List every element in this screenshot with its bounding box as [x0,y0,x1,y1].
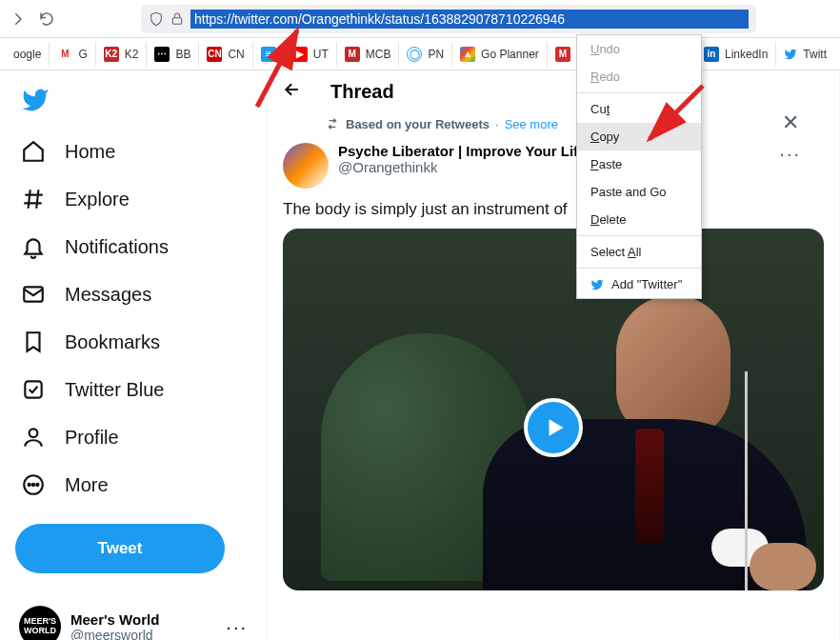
linkedin-icon: in [704,47,719,62]
sidebar: Home Explore Notifications Messages Book… [0,70,267,640]
video-player[interactable] [283,229,824,590]
more-icon[interactable]: ··· [226,616,248,638]
forward-button[interactable] [8,9,29,30]
twitter-icon [590,278,604,291]
favicon: ⋯ [154,47,170,62]
retweet-icon [325,116,340,131]
page-title: Thread [330,81,394,103]
favicon: K2 [104,47,119,62]
twitter-logo[interactable] [8,76,259,128]
ctx-undo[interactable]: Undo [577,35,701,63]
nav-bookmarks[interactable]: Bookmarks [8,318,259,366]
tweet-text: The body is simply just an instrument of [283,189,824,229]
favicon: ◯ [407,47,422,62]
bookmark-item[interactable]: MG [50,42,95,67]
bookmark-item[interactable]: K2K2 [96,42,148,67]
play-button[interactable] [524,398,583,457]
bookmarks-bar: oogle MG K2K2 ⋯BB CNCN ≡ ▶UT MMCB ◯PN ▲G… [0,38,840,70]
thread-header: Thread [268,70,839,112]
nav-label: Messages [65,284,151,306]
nav-more[interactable]: More [8,461,259,509]
nav-profile[interactable]: Profile [8,413,259,461]
shield-icon [149,11,164,27]
ctx-paste[interactable]: Paste [577,150,701,178]
bookmark-item[interactable]: MMCB [337,42,400,67]
svg-rect-0 [172,17,181,24]
tweet-button[interactable]: Tweet [15,524,225,573]
cnn-icon: CN [207,47,222,62]
nav-label: Explore [65,189,130,210]
account-switcher[interactable]: MEER'S WORLD Meer's World @meersworld ··… [8,598,259,640]
nav-label: Twitter Blue [65,379,164,401]
bookmark-item[interactable]: ⋯BB [147,42,199,67]
browser-toolbar: https://twitter.com/Orangethinkk/status/… [0,0,840,38]
bookmark-item[interactable]: M [548,42,579,67]
account-name: Meer's World [70,611,159,628]
context-menu: Undo Redo Cut Copy Paste Paste and Go De… [576,34,702,299]
favicon: ▲ [460,47,475,62]
separator [577,268,701,269]
tweet-more-icon[interactable]: ··· [779,143,801,165]
favicon: M [555,47,570,62]
nav-label: Home [65,141,115,163]
bookmark-item[interactable]: ▲Go Planner [452,42,548,67]
nav-messages[interactable]: Messages [8,270,259,318]
reload-button[interactable] [36,9,57,30]
nav-notifications[interactable]: Notifications [8,223,259,270]
svg-rect-2 [25,381,41,397]
nav-label: Bookmarks [65,331,160,353]
svg-line-9 [650,86,703,139]
account-handle: @meersworld [70,628,159,641]
ctx-paste-and-go[interactable]: Paste and Go [577,178,701,206]
nav-explore[interactable]: Explore [8,175,259,223]
bookmark-item[interactable]: Twitt [776,42,834,67]
annotation-arrow [248,21,314,116]
svg-point-3 [30,429,38,437]
ctx-select-all[interactable]: Select All [577,238,701,266]
ctx-delete[interactable]: Delete [577,206,701,233]
bookmark-item[interactable]: ◯PN [399,42,452,67]
address-bar[interactable]: https://twitter.com/Orangethinkk/status/… [141,5,756,33]
author-name[interactable]: Psyche Liberator | Improve Your Life [338,143,586,159]
svg-point-5 [29,484,30,486]
close-icon[interactable]: ✕ [782,110,799,135]
author-avatar[interactable] [283,143,329,189]
bookmark-item[interactable]: oogle [6,42,50,67]
twitter-icon [784,48,797,61]
svg-point-6 [32,484,34,486]
nav-label: Profile [65,427,119,449]
svg-point-7 [36,484,38,486]
lock-icon [170,11,185,27]
separator [577,235,701,236]
annotation-arrow [636,76,712,152]
author-handle[interactable]: @Orangethinkk [338,159,586,175]
ctx-add-twitter[interactable]: Add "Twitter" [577,270,701,298]
tweet: Psyche Liberator | Improve Your Life @Or… [268,137,839,229]
nav-label: More [65,474,109,496]
favicon: M [345,47,360,62]
svg-line-8 [257,30,297,107]
bookmark-item[interactable]: CNCN [199,42,252,67]
gmail-icon: M [57,47,72,62]
recommendation-basis: Based on your Retweets · See more ✕ [268,112,839,137]
nav-home[interactable]: Home [8,128,259,175]
main-feed: Thread Based on your Retweets · See more… [267,70,840,640]
bookmark-item[interactable]: inLinkedIn [696,42,776,67]
nav-twitter-blue[interactable]: Twitter Blue [8,366,259,413]
see-more-link[interactable]: See more [505,117,558,131]
avatar: MEER'S WORLD [19,606,61,640]
nav-label: Notifications [65,236,169,258]
